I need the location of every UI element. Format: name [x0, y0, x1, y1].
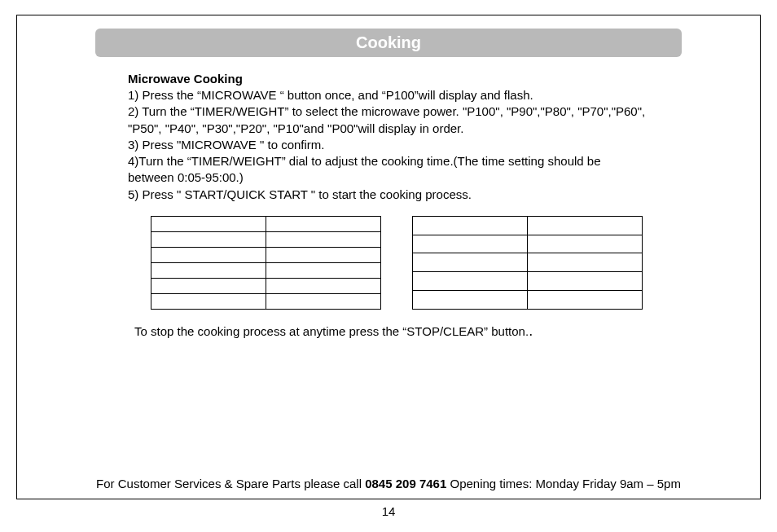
table-row [413, 216, 643, 235]
step-5: 5) Press " START/QUICK START " to start … [128, 187, 649, 203]
table-row [413, 235, 643, 253]
cell [151, 247, 266, 262]
instruction-steps: 1) Press the “MICROWAVE “ button once, a… [128, 87, 649, 203]
content-frame: Cooking Microwave Cooking 1) Press the “… [16, 15, 761, 499]
cell [413, 290, 528, 309]
cell [266, 247, 381, 262]
table-row [151, 278, 381, 293]
cell [413, 272, 528, 291]
table-row [151, 293, 381, 309]
cell [151, 293, 266, 309]
table-row [151, 262, 381, 278]
step-3: 3) Press "MICROWAVE " to confirm. [128, 137, 649, 153]
step-2: 2) Turn the “TIMER/WEIGHT” to select the… [128, 103, 649, 137]
cell [151, 278, 266, 293]
table-row [151, 247, 381, 262]
subheading: Microwave Cooking [128, 72, 649, 86]
stop-instruction: To stop the cooking process at anytime p… [134, 323, 649, 340]
power-table-left [151, 216, 381, 310]
cell [266, 262, 381, 278]
page-number: 14 [16, 504, 761, 518]
cell [266, 293, 381, 309]
cell [151, 216, 266, 231]
footer-prefix: For Customer Services & Spare Parts plea… [96, 477, 365, 490]
cell [528, 253, 643, 272]
table-row [413, 253, 643, 272]
body-content: Microwave Cooking 1) Press the “MICROWAV… [32, 72, 745, 340]
cell [528, 216, 643, 235]
cell [413, 216, 528, 235]
section-banner: Cooking [95, 29, 682, 57]
cell [528, 290, 643, 309]
cell [413, 253, 528, 272]
cell [528, 235, 643, 253]
cell [266, 216, 381, 231]
cell [151, 231, 266, 247]
power-table-right [412, 216, 643, 310]
cell [528, 272, 643, 291]
cell [266, 278, 381, 293]
cell [413, 235, 528, 253]
table-row [413, 290, 643, 309]
manual-page: Cooking Microwave Cooking 1) Press the “… [0, 0, 777, 532]
table-row [413, 272, 643, 291]
banner-title: Cooking [356, 33, 421, 51]
cell [151, 262, 266, 278]
footer-suffix: Opening times: Monday Friday 9am – 5pm [446, 477, 681, 490]
step-4: 4)Turn the “TIMER/WEIGHT” dial to adjust… [128, 153, 649, 187]
power-tables [151, 216, 649, 310]
footer-line: For Customer Services & Spare Parts plea… [17, 477, 760, 490]
stop-period: . [529, 323, 533, 339]
cell [266, 231, 381, 247]
step-1: 1) Press the “MICROWAVE “ button once, a… [128, 87, 649, 103]
footer-phone: 0845 209 7461 [365, 477, 446, 490]
table-row [151, 216, 381, 231]
table-row [151, 231, 381, 247]
stop-text: To stop the cooking process at anytime p… [134, 324, 529, 338]
